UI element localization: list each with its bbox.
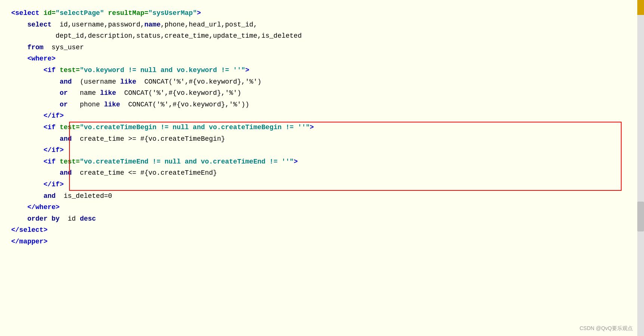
line-4: from sys_user <box>11 42 633 53</box>
line-3: dept_id,description,status,create_time,u… <box>11 30 633 42</box>
line-9: or phone like CONCAT('%',#{vo.keyword},'… <box>11 99 633 111</box>
line-20: </select> <box>11 224 633 236</box>
code-block: <select id="selectPage" resultMap="sysUs… <box>11 7 633 247</box>
scrollbar-track[interactable] <box>637 0 644 336</box>
highlight-region: <if test="vo.createTimeBegin != null and… <box>11 122 633 190</box>
line-13: </if> <box>11 144 633 156</box>
line-6: <if test="vo.keyword != null and vo.keyw… <box>11 65 633 76</box>
line-5: <where> <box>11 53 633 65</box>
line-21: </mapper> <box>11 236 633 248</box>
line-11: <if test="vo.createTimeBegin != null and… <box>11 122 633 133</box>
watermark: CSDN @QvQ要乐观点 <box>579 324 633 332</box>
line-8: or name like CONCAT('%',#{vo.keyword},'%… <box>11 87 633 99</box>
line-17: and is_deleted=0 <box>11 190 633 202</box>
line-15: and create_time <= #{vo.createTimeEnd} <box>11 167 633 179</box>
line-12: and create_time >= #{vo.createTimeBegin} <box>11 133 633 145</box>
line-18: </where> <box>11 202 633 213</box>
line-16: </if> <box>11 179 633 190</box>
code-container: <select id="selectPage" resultMap="sysUs… <box>0 0 644 336</box>
line-19: order by id desc <box>11 213 633 225</box>
scrollbar-thumb[interactable] <box>637 202 644 231</box>
line-2: select id,username,password,name,phone,h… <box>11 19 633 31</box>
line-10: </if> <box>11 110 633 122</box>
line-1: <select id="selectPage" resultMap="sysUs… <box>11 7 633 19</box>
line-14: <if test="vo.createTimeEnd != null and v… <box>11 156 633 168</box>
line-7: and (username like CONCAT('%',#{vo.keywo… <box>11 76 633 88</box>
scrollbar-accent <box>637 0 644 15</box>
